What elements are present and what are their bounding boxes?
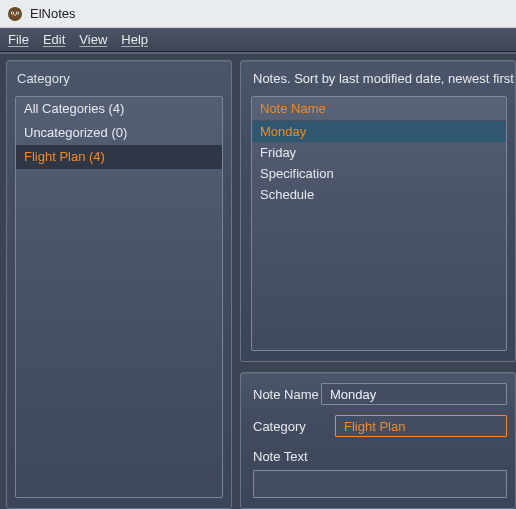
titlebar: ElNotes bbox=[0, 0, 516, 28]
menubar: File Edit View Help bbox=[0, 28, 516, 52]
menu-file[interactable]: File bbox=[8, 32, 29, 47]
category-panel-title: Category bbox=[17, 71, 223, 86]
note-row[interactable]: Friday bbox=[252, 142, 506, 163]
note-text-area[interactable] bbox=[253, 470, 507, 498]
note-detail-panel: Note Name Category Flight Plan Note Text bbox=[240, 372, 516, 509]
category-list[interactable]: All Categories (4)Uncategorized (0)Fligh… bbox=[15, 96, 223, 498]
note-text-label: Note Text bbox=[253, 449, 507, 464]
note-category-row: Category Flight Plan bbox=[253, 415, 507, 437]
svg-point-3 bbox=[12, 12, 13, 13]
note-row[interactable]: Specification bbox=[252, 163, 506, 184]
window-title: ElNotes bbox=[30, 6, 76, 21]
app-icon bbox=[6, 5, 24, 23]
menu-view[interactable]: View bbox=[79, 32, 107, 47]
notes-header-name[interactable]: Note Name bbox=[252, 97, 506, 121]
notes-panel: Notes. Sort by last modified date, newes… bbox=[240, 60, 516, 362]
note-category-select[interactable]: Flight Plan bbox=[335, 415, 507, 437]
note-name-label: Note Name bbox=[253, 387, 321, 402]
menu-help[interactable]: Help bbox=[121, 32, 148, 47]
note-name-row: Note Name bbox=[253, 383, 507, 405]
note-name-input[interactable] bbox=[321, 383, 507, 405]
notes-table: Note Name MondayFridaySpecificationSched… bbox=[251, 96, 507, 351]
category-item[interactable]: Flight Plan (4) bbox=[16, 145, 222, 169]
menu-edit[interactable]: Edit bbox=[43, 32, 65, 47]
workspace: Category All Categories (4)Uncategorized… bbox=[0, 52, 516, 509]
category-panel: Category All Categories (4)Uncategorized… bbox=[6, 60, 232, 509]
category-item[interactable]: Uncategorized (0) bbox=[16, 121, 222, 145]
svg-point-4 bbox=[17, 12, 18, 13]
right-column: Notes. Sort by last modified date, newes… bbox=[240, 60, 516, 509]
note-category-label: Category bbox=[253, 419, 335, 434]
note-row[interactable]: Monday bbox=[252, 121, 506, 142]
category-item[interactable]: All Categories (4) bbox=[16, 97, 222, 121]
note-category-value: Flight Plan bbox=[344, 419, 405, 434]
note-row[interactable]: Schedule bbox=[252, 184, 506, 205]
notes-sort-hint: Notes. Sort by last modified date, newes… bbox=[253, 71, 507, 86]
